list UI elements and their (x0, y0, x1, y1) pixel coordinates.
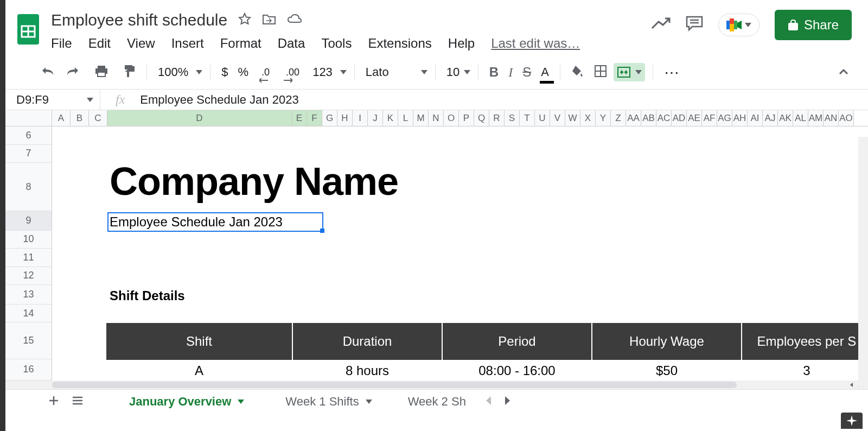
document-title[interactable]: Employee shift schedule (51, 11, 227, 29)
col-header-G[interactable]: G (322, 110, 337, 126)
col-header-AD[interactable]: AD (672, 110, 687, 126)
col-header-S[interactable]: S (505, 110, 520, 126)
font-size-dropdown[interactable]: 10 (443, 65, 470, 79)
col-header-K[interactable]: K (383, 110, 398, 126)
tab-scroll-right-icon[interactable] (500, 391, 516, 413)
comments-icon[interactable] (686, 16, 703, 34)
col-header-T[interactable]: T (520, 110, 535, 126)
col-header-AM[interactable]: AM (808, 110, 824, 126)
formula-input[interactable]: Employee Schedule Jan 2023 (140, 93, 298, 107)
col-header-E[interactable]: E (292, 110, 307, 126)
col-header-AA[interactable]: AA (626, 110, 641, 126)
col-header-M[interactable]: M (413, 110, 429, 126)
last-edit-link[interactable]: Last edit was… (491, 36, 580, 51)
strikethrough-button[interactable]: S (519, 61, 534, 83)
tab-scroll-left-icon[interactable] (480, 391, 496, 413)
menu-insert[interactable]: Insert (171, 36, 204, 51)
all-sheets-icon[interactable] (67, 391, 88, 412)
star-icon[interactable] (238, 12, 251, 28)
sheet-tab-week1[interactable]: Week 1 Shifts (275, 389, 382, 414)
col-header-AB[interactable]: AB (641, 110, 656, 126)
row-header-13[interactable]: 13 (5, 285, 52, 305)
row-header-14[interactable]: 14 (5, 305, 52, 323)
col-header-R[interactable]: R (489, 110, 505, 126)
col-header-B[interactable]: B (71, 110, 89, 126)
select-all-corner[interactable] (5, 110, 52, 126)
col-header-AC[interactable]: AC (656, 110, 672, 126)
menu-data[interactable]: Data (278, 36, 305, 51)
add-sheet-icon[interactable] (43, 390, 64, 413)
col-header-AF[interactable]: AF (702, 110, 717, 126)
print-icon[interactable] (91, 61, 112, 83)
col-header-AL[interactable]: AL (793, 110, 808, 126)
sheet-tab-january-overview[interactable]: January Overview (118, 389, 255, 414)
col-header-U[interactable]: U (535, 110, 550, 126)
redo-icon[interactable] (62, 63, 82, 81)
currency-button[interactable]: $ (218, 65, 231, 79)
col-header-J[interactable]: J (368, 110, 383, 126)
font-dropdown[interactable]: Lato (362, 65, 427, 79)
decrease-decimal-button[interactable]: .0 (255, 64, 276, 81)
col-header-AK[interactable]: AK (778, 110, 793, 126)
row-header-8[interactable]: 8 (5, 163, 52, 211)
col-header-AH[interactable]: AH (732, 110, 748, 126)
vertical-scrollbar[interactable] (858, 137, 868, 386)
italic-button[interactable]: I (505, 62, 516, 83)
percent-button[interactable]: % (235, 65, 252, 79)
menu-edit[interactable]: Edit (88, 36, 111, 51)
increase-decimal-button[interactable]: .00 (279, 64, 306, 81)
sheet-tab-week2[interactable]: Week 2 Sh (397, 389, 477, 414)
cells-area[interactable]: Company Name Employee Schedule Jan 2023 … (52, 126, 868, 381)
menu-view[interactable]: View (127, 36, 155, 51)
paint-format-icon[interactable] (120, 61, 139, 84)
borders-button[interactable] (591, 61, 610, 83)
col-header-AO[interactable]: AO (839, 110, 854, 126)
row-header-9[interactable]: 9 (5, 211, 52, 231)
bold-button[interactable]: B (486, 61, 502, 83)
menu-tools[interactable]: Tools (321, 36, 352, 51)
col-header-V[interactable]: V (550, 110, 565, 126)
row-header-10[interactable]: 10 (5, 231, 52, 249)
menu-format[interactable]: Format (220, 36, 261, 51)
fill-color-button[interactable] (568, 61, 588, 83)
col-header-N[interactable]: N (429, 110, 444, 126)
col-header-F[interactable]: F (307, 110, 322, 126)
zoom-dropdown[interactable]: 100% (155, 65, 202, 79)
meet-button[interactable] (718, 14, 760, 36)
col-header-C[interactable]: C (89, 110, 107, 126)
col-header-P[interactable]: P (459, 110, 474, 126)
cloud-icon[interactable] (287, 14, 302, 27)
col-header-D[interactable]: D (107, 110, 292, 126)
move-icon[interactable] (262, 13, 276, 27)
col-header-AG[interactable]: AG (717, 110, 732, 126)
col-header-H[interactable]: H (337, 110, 353, 126)
share-button[interactable]: Share (775, 10, 852, 40)
sheets-logo[interactable] (16, 13, 40, 46)
menu-help[interactable]: Help (448, 36, 475, 51)
merge-cells-dropdown[interactable] (614, 63, 645, 81)
col-header-Z[interactable]: Z (611, 110, 626, 126)
undo-icon[interactable] (38, 63, 59, 81)
col-header-A[interactable]: A (52, 110, 71, 126)
more-toolbar-button[interactable]: ⋯ (661, 64, 684, 81)
col-header-W[interactable]: W (565, 110, 580, 126)
col-header-AN[interactable]: AN (824, 110, 839, 126)
name-box[interactable]: D9:F9 (5, 90, 100, 110)
text-color-button[interactable]: A (538, 62, 552, 83)
menu-file[interactable]: File (51, 36, 72, 51)
collapse-toolbar-icon[interactable] (835, 64, 852, 80)
col-header-AI[interactable]: AI (748, 110, 763, 126)
menu-extensions[interactable]: Extensions (368, 36, 431, 51)
col-header-AE[interactable]: AE (687, 110, 702, 126)
col-header-I[interactable]: I (353, 110, 368, 126)
row-header-15[interactable]: 15 (5, 322, 52, 359)
row-header-6[interactable]: 6 (5, 126, 52, 145)
row-header-12[interactable]: 12 (5, 267, 52, 286)
col-header-L[interactable]: L (398, 110, 413, 126)
number-format-dropdown[interactable]: 123 (309, 65, 347, 79)
row-header-11[interactable]: 11 (5, 249, 52, 267)
row-header-16[interactable]: 16 (5, 359, 52, 381)
col-header-Y[interactable]: Y (596, 110, 611, 126)
selection-handle[interactable] (320, 229, 324, 233)
col-header-X[interactable]: X (580, 110, 596, 126)
